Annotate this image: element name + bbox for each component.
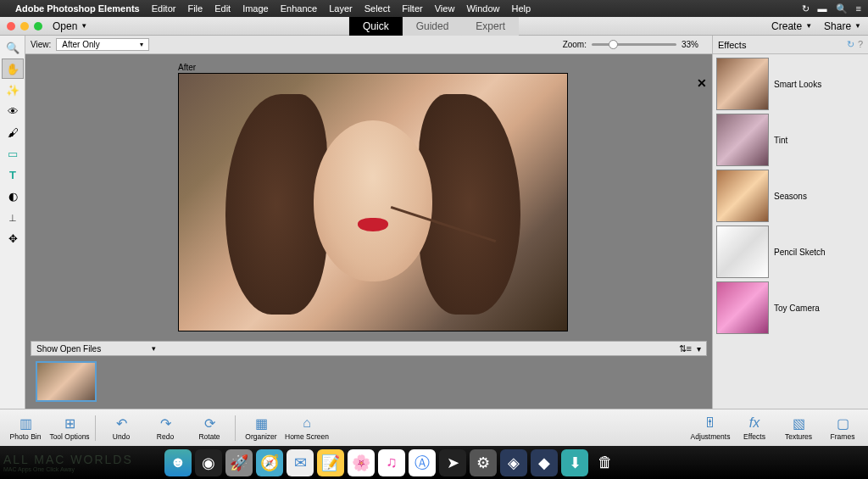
menu-image[interactable]: Image (242, 3, 269, 14)
organizer-label: Organizer (245, 432, 276, 441)
menu-layer[interactable]: Layer (329, 3, 353, 14)
close-window-button[interactable] (7, 22, 15, 31)
cloud-sync-icon[interactable]: ↻ (802, 3, 810, 14)
finder-icon[interactable]: ☻ (164, 449, 192, 476)
create-label: Create (771, 20, 802, 32)
menu-filter[interactable]: Filter (402, 3, 422, 14)
share-label: Share (824, 20, 851, 32)
menu-help[interactable]: Help (512, 3, 531, 14)
menu-enhance[interactable]: Enhance (281, 3, 317, 14)
zoom-label: Zoom: (563, 40, 587, 49)
straighten-tool[interactable]: ▭ (2, 143, 24, 164)
siri-icon[interactable]: ◉ (195, 449, 222, 476)
reset-icon[interactable]: ↻ (847, 39, 854, 50)
itunes-icon[interactable]: ♫ (378, 449, 405, 476)
trash-icon[interactable]: 🗑 (592, 449, 619, 476)
open-menu-button[interactable]: Open ▼ (53, 20, 87, 32)
rotate-button[interactable]: ⟳ Rotate (189, 415, 230, 441)
photo-thumbnail[interactable] (36, 361, 97, 402)
zoom-control: Zoom: 33% (563, 40, 698, 49)
effect-tint[interactable]: Tint (716, 114, 865, 166)
type-tool[interactable]: T (2, 164, 24, 185)
help-icon[interactable]: ? (858, 39, 863, 50)
downloads-icon[interactable]: ⬇ (561, 449, 588, 476)
safari-icon[interactable]: 🧭 (256, 449, 283, 476)
preferences-icon[interactable]: ⚙ (470, 449, 497, 476)
tab-expert[interactable]: Expert (462, 17, 519, 36)
effect-thumbnail (716, 58, 769, 110)
whiten-teeth-tool[interactable]: 🖌 (2, 122, 24, 142)
canvas-image[interactable] (178, 73, 568, 331)
effect-thumbnail (716, 114, 769, 166)
adjustments-label: Adjustments (691, 432, 731, 441)
menu-edit[interactable]: Edit (214, 3, 231, 14)
crop-tool[interactable]: ⟂ (2, 207, 24, 227)
macos-menubar: Adobe Photoshop Elements Editor File Edi… (0, 0, 868, 17)
pse-organizer-icon[interactable]: ◈ (500, 449, 527, 476)
search-icon[interactable]: 🔍 (836, 3, 848, 14)
menu-view[interactable]: View (435, 3, 455, 14)
adjustments-button[interactable]: 🎚 Adjustments (690, 415, 731, 441)
effect-toy-camera[interactable]: Toy Camera (716, 281, 865, 334)
move-tool[interactable]: ✥ (2, 228, 24, 248)
view-value: After Only (62, 40, 99, 49)
view-label: View: (31, 40, 51, 49)
frames-button[interactable]: ▢ Frames (822, 415, 863, 441)
menu-editor[interactable]: Editor (152, 3, 176, 14)
undo-icon: ↶ (116, 415, 127, 432)
textures-button[interactable]: ▧ Textures (778, 415, 819, 441)
hand-tool[interactable]: ✋ (2, 58, 24, 79)
image-content (358, 218, 388, 231)
spot-heal-tool[interactable]: ◐ (2, 186, 24, 206)
list-icon[interactable]: ≡ (856, 3, 861, 14)
launchpad-icon[interactable]: 🚀 (225, 449, 253, 476)
quick-select-tool[interactable]: ✨ (2, 80, 24, 100)
home-screen-label: Home Screen (285, 432, 329, 441)
effect-label: Toy Camera (774, 304, 820, 313)
effect-label: Seasons (774, 192, 807, 201)
menu-select[interactable]: Select (364, 3, 391, 14)
zoom-slider-thumb[interactable] (609, 40, 618, 49)
divider (235, 415, 236, 441)
effect-seasons[interactable]: Seasons (716, 170, 865, 222)
home-screen-button[interactable]: ⌂ Home Screen (285, 415, 329, 441)
redo-button[interactable]: ↷ Redo (145, 415, 186, 441)
chevron-down-icon[interactable]: ▾ (697, 344, 701, 354)
canvas-area: ✕ After (25, 54, 712, 337)
zoom-slider[interactable] (592, 43, 676, 46)
photo-bin-button[interactable]: ▥ Photo Bin (5, 415, 46, 441)
effects-button[interactable]: fx Effects (734, 415, 775, 441)
watermark-line2: MAC Apps One Click Away (3, 466, 156, 472)
menu-window[interactable]: Window (466, 3, 499, 14)
zoom-tool[interactable]: 🔍 (2, 37, 24, 58)
redeye-tool[interactable]: 👁 (2, 101, 24, 121)
effect-smart-looks[interactable]: Smart Looks (716, 58, 865, 110)
organizer-icon: ▦ (255, 415, 268, 432)
share-menu-button[interactable]: Share ▼ (824, 20, 861, 32)
minimize-window-button[interactable] (20, 22, 29, 31)
effect-pencil-sketch[interactable]: Pencil Sketch (716, 226, 865, 278)
zoom-window-button[interactable] (34, 22, 42, 31)
terminal-icon[interactable]: ➤ (439, 449, 466, 476)
pse-editor-icon[interactable]: ◆ (531, 449, 558, 476)
open-files-dropdown[interactable]: Show Open Files ▾ ⇅≡ ▾ (31, 341, 707, 356)
rotate-icon: ⟳ (204, 415, 215, 432)
effects-icon: fx (749, 415, 760, 432)
view-options-bar: View: After Only ▾ Zoom: 33% (25, 36, 712, 54)
photos-icon[interactable]: 🌸 (348, 449, 375, 476)
undo-button[interactable]: ↶ Undo (101, 415, 142, 441)
photo-bin (31, 356, 707, 409)
close-document-button[interactable]: ✕ (697, 76, 707, 90)
appstore-icon[interactable]: Ⓐ (409, 449, 436, 476)
notes-icon[interactable]: 📝 (317, 449, 344, 476)
view-select[interactable]: After Only ▾ (56, 38, 149, 51)
menu-file[interactable]: File (187, 3, 203, 14)
tab-guided[interactable]: Guided (403, 17, 463, 36)
organizer-button[interactable]: ▦ Organizer (241, 415, 281, 441)
sort-icon[interactable]: ⇅≡ (679, 343, 692, 354)
tool-options-button[interactable]: ⊞ Tool Options (49, 415, 90, 441)
tab-quick[interactable]: Quick (349, 17, 403, 36)
mail-icon[interactable]: ✉ (287, 449, 314, 476)
create-menu-button[interactable]: Create ▼ (771, 20, 812, 32)
flag-icon[interactable]: ▬ (818, 3, 827, 14)
